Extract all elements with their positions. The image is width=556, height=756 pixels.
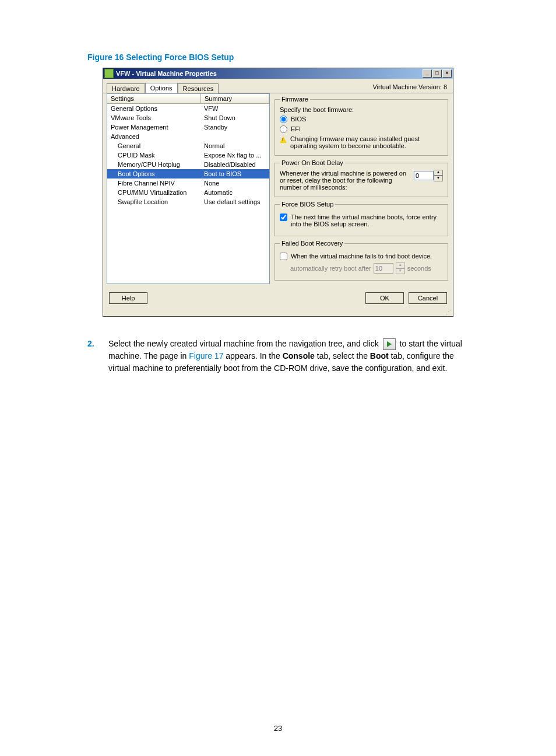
cancel-button[interactable]: Cancel (409, 292, 447, 304)
firmware-legend: Firmware (280, 96, 310, 103)
retry-spinner-down: ▼ (396, 268, 405, 274)
table-row[interactable]: General OptionsVFW (107, 104, 269, 113)
figure-link[interactable]: Figure 17 (189, 351, 223, 360)
warning-icon (280, 136, 287, 143)
table-row[interactable]: Advanced (107, 132, 269, 141)
firmware-warning: Changing firmware may cause installed gu… (290, 135, 443, 149)
table-row[interactable]: Swapfile LocationUse default settings (107, 197, 269, 206)
settings-table: Settings Summary General OptionsVFWVMwar… (107, 93, 270, 284)
minimize-button[interactable]: _ (423, 69, 432, 78)
summary-cell: None (200, 179, 269, 187)
setting-cell: Memory/CPU Hotplug (107, 160, 200, 169)
tab-hardware[interactable]: Hardware (107, 83, 145, 93)
summary-cell: Standby (200, 123, 269, 131)
retry-prefix: automatically retry boot after (290, 265, 371, 272)
tab-options[interactable]: Options (145, 83, 178, 93)
failedboot-legend: Failed Boot Recovery (280, 240, 344, 247)
table-row[interactable]: Memory/CPU HotplugDisabled/Disabled (107, 160, 269, 169)
forcebios-legend: Force BIOS Setup (280, 201, 335, 208)
step-number: 2. (87, 338, 108, 374)
retry-spinner-up: ▲ (396, 262, 405, 268)
summary-cell (200, 132, 269, 141)
maximize-button[interactable]: □ (432, 69, 442, 78)
table-row[interactable]: Fibre Channel NPIVNone (107, 178, 269, 188)
table-row[interactable]: Power ManagementStandby (107, 123, 269, 132)
table-row[interactable]: GeneralNormal (107, 141, 269, 150)
header-summary[interactable]: Summary (201, 94, 269, 103)
titlebar: VFW - Virtual Machine Properties _ □ × (103, 68, 453, 79)
setting-cell: CPUID Mask (107, 151, 200, 159)
close-button[interactable]: × (442, 69, 452, 78)
summary-cell: Use default settings (200, 198, 269, 206)
setting-cell: VMware Tools (107, 114, 200, 122)
radio-bios[interactable] (280, 116, 287, 123)
tab-row: Hardware Options Resources Virtual Machi… (103, 79, 453, 93)
play-icon[interactable] (383, 338, 396, 350)
summary-cell: Expose Nx flag to ... (200, 151, 269, 159)
table-row[interactable]: VMware ToolsShut Down (107, 113, 269, 123)
forcebios-group: Force BIOS Setup The next time the virtu… (275, 201, 448, 236)
poweron-text: Whenever the virtual machine is powered … (280, 170, 410, 191)
setting-cell: Swapfile Location (107, 198, 200, 206)
spinner-up[interactable]: ▲ (434, 170, 443, 176)
tab-resources[interactable]: Resources (178, 83, 219, 93)
forcebios-checkbox[interactable] (280, 214, 287, 221)
window-title: VFW - Virtual Machine Properties (116, 70, 423, 77)
retry-suffix: seconds (407, 265, 431, 272)
radio-bios-label: BIOS (291, 116, 306, 123)
retry-seconds-input (374, 263, 393, 274)
radio-efi[interactable] (280, 125, 287, 133)
setting-cell: General (107, 142, 200, 150)
vm-icon (104, 69, 114, 78)
table-row[interactable]: CPU/MMU VirtualizationAutomatic (107, 188, 269, 197)
radio-efi-label: EFI (291, 125, 301, 132)
setting-cell: Boot Options (107, 170, 200, 178)
help-button[interactable]: Help (109, 292, 147, 304)
poweron-legend: Power On Boot Delay (280, 159, 345, 166)
firmware-label: Specify the boot firmware: (280, 106, 443, 113)
setting-cell: Fibre Channel NPIV (107, 179, 200, 187)
page-number: 23 (0, 724, 556, 733)
poweron-delay-input[interactable] (414, 171, 434, 180)
spinner-down[interactable]: ▼ (434, 176, 443, 181)
setting-cell: Power Management (107, 123, 200, 131)
resize-grip[interactable]: ⋰ (103, 310, 453, 316)
vm-properties-window: VFW - Virtual Machine Properties _ □ × H… (103, 68, 453, 317)
table-row[interactable]: Boot OptionsBoot to BIOS (107, 169, 269, 178)
failedboot-group: Failed Boot Recovery When the virtual ma… (275, 240, 448, 281)
table-row[interactable]: CPUID MaskExpose Nx flag to ... (107, 150, 269, 160)
summary-cell: Boot to BIOS (200, 170, 269, 178)
forcebios-text: The next time the virtual machine boots,… (291, 214, 443, 228)
figure-caption: Figure 16 Selecting Force BIOS Setup (87, 52, 469, 62)
summary-cell: Automatic (200, 188, 269, 197)
poweron-group: Power On Boot Delay Whenever the virtual… (275, 159, 448, 197)
vm-version: Virtual Machine Version: 8 (372, 83, 449, 90)
setting-cell: CPU/MMU Virtualization (107, 188, 200, 197)
ok-button[interactable]: OK (365, 292, 404, 304)
summary-cell: Normal (200, 142, 269, 150)
summary-cell: Disabled/Disabled (200, 160, 269, 169)
failedboot-checkbox[interactable] (280, 253, 287, 260)
summary-cell: VFW (200, 104, 269, 113)
failedboot-text: When the virtual machine fails to find b… (291, 253, 432, 260)
step-text: Select the newly created virtual machine… (108, 338, 469, 374)
firmware-group: Firmware Specify the boot firmware: BIOS… (275, 96, 448, 156)
header-settings[interactable]: Settings (107, 94, 201, 103)
summary-cell: Shut Down (200, 114, 269, 122)
setting-cell: Advanced (107, 132, 200, 141)
setting-cell: General Options (107, 104, 200, 113)
